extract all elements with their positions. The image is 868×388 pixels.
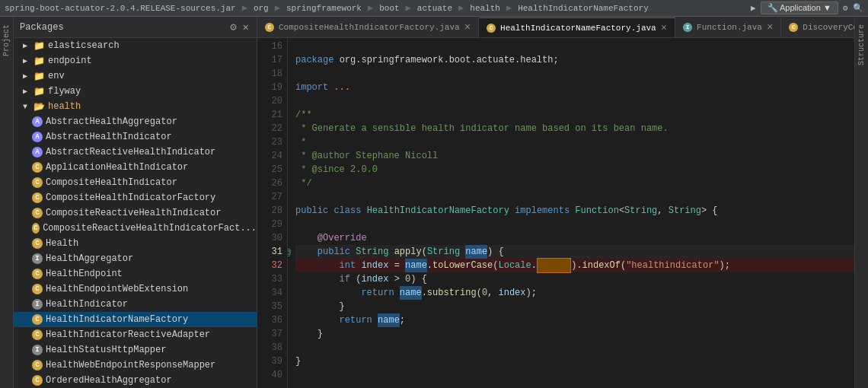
- class-icon: C: [32, 177, 43, 188]
- tab-bar: C CompositeHealthIndicatorFactory.java ×…: [257, 17, 854, 38]
- sidebar-item-CompositeReactiveHealthIndicatorFact[interactable]: C CompositeReactiveHealthIndicatorFact..…: [14, 221, 257, 236]
- code-line-16: [295, 40, 854, 53]
- breadcrumb-actuate: actuate: [417, 4, 452, 13]
- tab-discovery[interactable]: C DiscoveryCompositeHealthIndicator.java…: [781, 17, 854, 37]
- breadcrumb-boot: boot: [379, 4, 399, 13]
- tab-healthindicator[interactable]: C HealthIndicatorNameFactory.java ×: [479, 17, 675, 37]
- tab-function[interactable]: I Function.java ×: [675, 17, 781, 37]
- code-line-33: if (index > 0) {: [295, 272, 854, 286]
- class-icon: C: [32, 314, 43, 325]
- code-line-19: import ...: [295, 81, 854, 94]
- code-line-28: public class HealthIndicatorNameFactory …: [295, 204, 854, 218]
- toolbar-icons: ⚙ 🔍: [843, 3, 863, 13]
- code-line-26: */: [295, 177, 854, 190]
- class-icon: C: [32, 238, 43, 249]
- packages-title: Packages: [20, 22, 225, 33]
- tab-close-icon[interactable]: ×: [464, 22, 471, 33]
- app-dropdown-icon: ▼: [823, 3, 831, 12]
- breadcrumb-class: HealthIndicatorNameFactory: [518, 4, 649, 13]
- run-icon: ▶: [751, 3, 756, 13]
- structure-label[interactable]: Structure: [857, 21, 866, 68]
- code-line-38: [295, 341, 854, 355]
- code-line-30: @Override: [295, 231, 854, 245]
- sidebar-item-HealthEndpointWebExtension[interactable]: C HealthEndpointWebExtension: [14, 281, 257, 297]
- folder-icon: 📁: [34, 56, 45, 67]
- expand-arrow: ▼: [23, 103, 32, 111]
- jar-name: spring-boot-actuator-2.0.4.RELEASE-sourc…: [5, 4, 236, 13]
- collapse-arrow: ▶: [23, 56, 32, 65]
- code-line-40: [295, 368, 854, 382]
- sidebar-item-Health[interactable]: C Health: [14, 236, 257, 251]
- tab-composite[interactable]: C CompositeHealthIndicatorFactory.java ×: [257, 17, 479, 37]
- class-icon: C: [32, 223, 40, 234]
- class-icon: C: [32, 192, 43, 203]
- abstract-class-icon: A: [32, 116, 43, 127]
- line-numbers: 16 17 18 19 20 21 22 23 24 25 26 27 28 2…: [257, 38, 288, 388]
- code-line-17: package org.springframework.boot.actuate…: [295, 53, 854, 67]
- sidebar-item-endpoint[interactable]: ▶ 📁 endpoint: [14, 53, 257, 68]
- collapse-arrow: ▶: [23, 41, 32, 50]
- sidebar-item-AbstractReactiveHealthIndicator[interactable]: A AbstractReactiveHealthIndicator: [14, 145, 257, 160]
- sidebar-item-AbstractHealthIndicator[interactable]: A AbstractHealthIndicator: [14, 129, 257, 145]
- sidebar-item-HealthIndicatorReactiveAdapter[interactable]: C HealthIndicatorReactiveAdapter: [14, 327, 257, 342]
- sidebar-item-CompositeHealthIndicatorFactory[interactable]: C CompositeHealthIndicatorFactory: [14, 190, 257, 205]
- class-icon: C: [32, 329, 43, 340]
- sidebar-item-CompositeHealthIndicator[interactable]: C CompositeHealthIndicator: [14, 175, 257, 190]
- abstract-class-icon: A: [32, 132, 43, 142]
- sidebar-settings-icon[interactable]: ⚙: [228, 21, 238, 33]
- tab-close-icon[interactable]: ×: [661, 23, 667, 33]
- sidebar-item-env[interactable]: ▶ 📁 env: [14, 68, 257, 84]
- code-line-18: [295, 67, 854, 81]
- code-view: 16 17 18 19 20 21 22 23 24 25 26 27 28 2…: [257, 38, 854, 388]
- folder-icon: 📁: [34, 40, 45, 52]
- code-line-32: int index = name . toLowerCase ( Locale …: [295, 259, 854, 272]
- tab-icon: I: [683, 23, 692, 32]
- sidebar: Packages ⚙ ✕ ▶ 📁 elasticsearch ▶ 📁 endpo…: [14, 17, 257, 388]
- application-button[interactable]: 🔧 Application ▼: [761, 2, 838, 14]
- sidebar-item-HealthIndicatorNameFactory[interactable]: C HealthIndicatorNameFactory: [14, 312, 257, 327]
- debug-marker: @: [288, 246, 291, 260]
- project-panel-toggle[interactable]: Project: [0, 17, 14, 388]
- structure-panel-toggle[interactable]: Structure: [854, 17, 868, 388]
- project-label[interactable]: Project: [2, 21, 11, 59]
- interface-icon: I: [32, 345, 43, 355]
- code-line-23: *: [295, 135, 854, 149]
- breadcrumb-springframework: springframework: [286, 4, 362, 13]
- sidebar-item-health[interactable]: ▼ 📂 health: [14, 99, 257, 114]
- folder-icon: 📁: [34, 71, 45, 82]
- tab-close-icon[interactable]: ×: [767, 22, 773, 33]
- sidebar-item-HealthIndicator[interactable]: I HealthIndicator: [14, 297, 257, 312]
- code-content[interactable]: package org.springframework.boot.actuate…: [288, 38, 854, 388]
- sidebar-item-elasticsearch[interactable]: ▶ 📁 elasticsearch: [14, 38, 257, 53]
- code-line-22: * Generate a sensible health indicator n…: [295, 122, 854, 135]
- code-line-24: * @author Stephane Nicoll: [295, 149, 854, 163]
- tab-icon: C: [487, 24, 496, 33]
- sidebar-item-CompositeReactiveHealthIndicator[interactable]: C CompositeReactiveHealthIndicator: [14, 205, 257, 221]
- sidebar-item-HealthEndpoint[interactable]: C HealthEndpoint: [14, 266, 257, 281]
- sidebar-item-HealthWebEndpointResponseMapper[interactable]: C HealthWebEndpointResponseMapper: [14, 358, 257, 373]
- sidebar-item-HealthAggregator[interactable]: I HealthAggregator: [14, 251, 257, 266]
- sidebar-item-AbstractHealthAggregator[interactable]: A AbstractHealthAggregator: [14, 114, 257, 129]
- folder-open-icon: 📂: [34, 101, 45, 113]
- interface-icon: I: [32, 253, 43, 264]
- top-bar: spring-boot-actuator-2.0.4.RELEASE-sourc…: [0, 0, 868, 17]
- top-bar-right: ▶ 🔧 Application ▼ ⚙ 🔍: [751, 2, 863, 14]
- code-line-20: [295, 94, 854, 108]
- interface-icon: I: [32, 299, 43, 310]
- code-line-31: ⬤ @ public String apply(String name) {: [295, 245, 854, 259]
- sidebar-tree: ▶ 📁 elasticsearch ▶ 📁 endpoint ▶ 📁 env ▶…: [14, 38, 257, 388]
- sidebar-item-OrderedHealthAggregator[interactable]: C OrderedHealthAggregator: [14, 373, 257, 388]
- sidebar-item-ApplicationHealthIndicator[interactable]: C ApplicationHealthIndicator: [14, 160, 257, 175]
- code-line-35: }: [295, 300, 854, 313]
- code-line-36: return name;: [295, 313, 854, 327]
- class-icon: C: [32, 360, 43, 371]
- class-icon: C: [32, 208, 43, 218]
- sidebar-header: Packages ⚙ ✕: [14, 17, 257, 38]
- class-icon: C: [32, 162, 43, 173]
- sidebar-item-flyway[interactable]: ▶ 📁 flyway: [14, 84, 257, 99]
- sidebar-close-icon[interactable]: ✕: [241, 21, 251, 33]
- code-line-37: }: [295, 327, 854, 341]
- breadcrumb-health: health: [470, 4, 500, 13]
- sidebar-item-HealthStatusHttpMapper[interactable]: I HealthStatusHttpMapper: [14, 342, 257, 358]
- code-line-25: * @since 2.0.0: [295, 163, 854, 177]
